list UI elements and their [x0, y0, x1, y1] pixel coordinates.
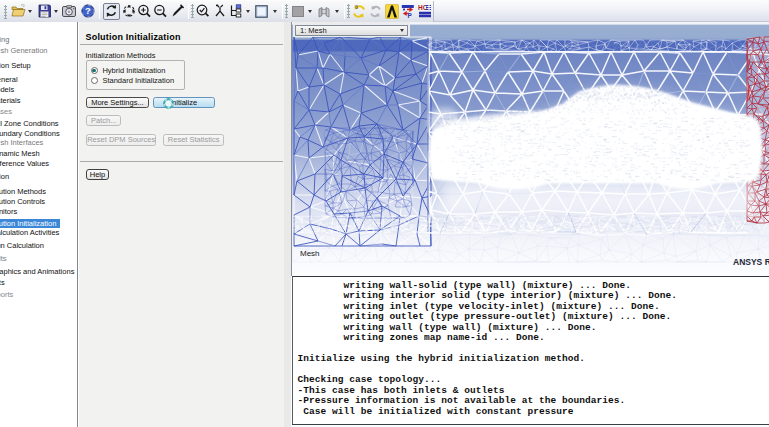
svg-text:0: 0	[355, 5, 358, 10]
svg-text:Mesh: Mesh	[300, 249, 320, 258]
svg-text:P: P	[408, 12, 413, 19]
svg-text:?: ?	[85, 5, 91, 16]
svg-text:ANSYS R: ANSYS R	[733, 257, 769, 267]
